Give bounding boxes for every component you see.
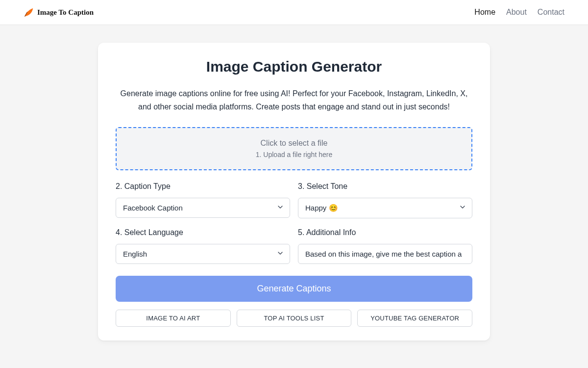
dropzone-main-text: Click to select a file [124, 139, 464, 148]
nav-contact[interactable]: Contact [538, 8, 564, 17]
form-grid: 2. Caption Type Facebook Caption 3. Sele… [116, 182, 472, 264]
generator-card: Image Caption Generator Generate image c… [98, 43, 490, 341]
select-caption-type[interactable]: Facebook Caption [116, 198, 290, 218]
select-tone[interactable]: Happy 😊 [298, 198, 472, 218]
field-caption-type: 2. Caption Type Facebook Caption [116, 182, 290, 218]
link-top-ai-tools[interactable]: TOP AI TOOLS LIST [237, 310, 352, 327]
link-youtube-tag-generator[interactable]: YOUTUBE TAG GENERATOR [357, 310, 472, 327]
generate-button[interactable]: Generate Captions [116, 276, 472, 302]
main-content: Image Caption Generator Generate image c… [0, 25, 588, 368]
main-nav: Home About Contact [474, 8, 564, 17]
link-image-to-ai-art[interactable]: IMAGE TO AI ART [116, 310, 231, 327]
brand-name: Image To Caption [37, 8, 94, 17]
input-additional-info[interactable] [298, 244, 472, 264]
page-title: Image Caption Generator [116, 58, 472, 75]
label-caption-type: 2. Caption Type [116, 182, 290, 191]
file-dropzone[interactable]: Click to select a file 1. Upload a file … [116, 127, 472, 170]
site-header: Image To Caption Home About Contact [0, 0, 588, 25]
label-tone: 3. Select Tone [298, 182, 472, 191]
dropzone-sub-text: 1. Upload a file right here [124, 151, 464, 158]
page-subtitle: Generate image captions online for free … [116, 87, 472, 113]
related-links: IMAGE TO AI ART TOP AI TOOLS LIST YOUTUB… [116, 310, 472, 327]
field-language: 4. Select Language English [116, 228, 290, 264]
nav-about[interactable]: About [506, 8, 527, 17]
label-language: 4. Select Language [116, 228, 290, 237]
brand-logo[interactable]: Image To Caption [24, 7, 94, 18]
field-tone: 3. Select Tone Happy 😊 [298, 182, 472, 218]
select-language[interactable]: English [116, 244, 290, 264]
field-additional-info: 5. Additional Info [298, 228, 472, 264]
label-additional-info: 5. Additional Info [298, 228, 472, 237]
nav-home[interactable]: Home [474, 8, 495, 17]
feather-pen-icon [24, 7, 34, 18]
